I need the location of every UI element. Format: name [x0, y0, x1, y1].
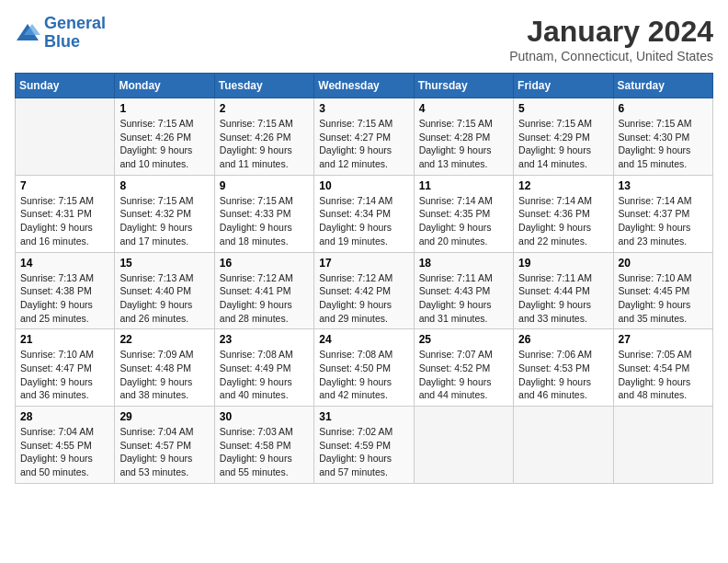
day-number: 19	[518, 257, 608, 270]
day-number: 26	[518, 333, 608, 346]
day-header-friday: Friday	[514, 74, 613, 98]
calendar-week-4: 21Sunrise: 7:10 AM Sunset: 4:47 PM Dayli…	[16, 329, 713, 407]
calendar-cell: 27Sunrise: 7:05 AM Sunset: 4:54 PM Dayli…	[613, 329, 712, 407]
cell-content: Sunrise: 7:03 AM Sunset: 4:58 PM Dayligh…	[220, 425, 309, 479]
cell-content: Sunrise: 7:08 AM Sunset: 4:49 PM Dayligh…	[220, 348, 309, 402]
calendar-cell: 7Sunrise: 7:15 AM Sunset: 4:31 PM Daylig…	[16, 175, 115, 252]
month-title: January 2024	[509, 15, 713, 49]
calendar-cell: 1Sunrise: 7:15 AM Sunset: 4:26 PM Daylig…	[115, 98, 214, 176]
day-number: 6	[619, 102, 708, 115]
calendar-cell: 14Sunrise: 7:13 AM Sunset: 4:38 PM Dayli…	[16, 252, 115, 329]
cell-content: Sunrise: 7:15 AM Sunset: 4:28 PM Dayligh…	[419, 117, 508, 171]
page-header: General Blue January 2024 Putnam, Connec…	[15, 15, 713, 63]
cell-content: Sunrise: 7:10 AM Sunset: 4:47 PM Dayligh…	[20, 348, 109, 402]
calendar-cell: 17Sunrise: 7:12 AM Sunset: 4:42 PM Dayli…	[314, 252, 414, 329]
calendar-cell	[16, 98, 115, 176]
day-number: 14	[20, 257, 109, 270]
cell-content: Sunrise: 7:10 AM Sunset: 4:45 PM Dayligh…	[619, 271, 708, 326]
calendar-cell: 31Sunrise: 7:02 AM Sunset: 4:59 PM Dayli…	[314, 407, 414, 484]
day-number: 16	[220, 257, 309, 270]
cell-content: Sunrise: 7:14 AM Sunset: 4:35 PM Dayligh…	[419, 194, 508, 248]
calendar-cell: 19Sunrise: 7:11 AM Sunset: 4:44 PM Dayli…	[514, 252, 613, 329]
day-number: 7	[20, 179, 109, 192]
day-number: 17	[319, 257, 408, 270]
calendar-cell: 10Sunrise: 7:14 AM Sunset: 4:34 PM Dayli…	[314, 175, 414, 252]
calendar-cell: 25Sunrise: 7:07 AM Sunset: 4:52 PM Dayli…	[414, 329, 513, 407]
cell-content: Sunrise: 7:15 AM Sunset: 4:31 PM Dayligh…	[20, 194, 109, 248]
cell-content: Sunrise: 7:11 AM Sunset: 4:43 PM Dayligh…	[419, 271, 508, 326]
calendar-body: 1Sunrise: 7:15 AM Sunset: 4:26 PM Daylig…	[16, 98, 713, 484]
calendar-cell: 23Sunrise: 7:08 AM Sunset: 4:49 PM Dayli…	[214, 329, 313, 407]
cell-content: Sunrise: 7:12 AM Sunset: 4:42 PM Dayligh…	[319, 271, 408, 326]
calendar-week-5: 28Sunrise: 7:04 AM Sunset: 4:55 PM Dayli…	[16, 407, 713, 484]
calendar-week-3: 14Sunrise: 7:13 AM Sunset: 4:38 PM Dayli…	[16, 252, 713, 329]
location: Putnam, Connecticut, United States	[509, 49, 713, 63]
cell-content: Sunrise: 7:04 AM Sunset: 4:57 PM Dayligh…	[119, 425, 209, 479]
cell-content: Sunrise: 7:15 AM Sunset: 4:27 PM Dayligh…	[319, 117, 408, 171]
cell-content: Sunrise: 7:15 AM Sunset: 4:30 PM Dayligh…	[619, 117, 708, 171]
day-number: 18	[419, 257, 508, 270]
day-number: 27	[619, 333, 708, 346]
day-number: 15	[119, 257, 209, 270]
calendar-week-2: 7Sunrise: 7:15 AM Sunset: 4:31 PM Daylig…	[16, 175, 713, 252]
day-number: 28	[20, 410, 109, 423]
day-header-saturday: Saturday	[613, 74, 712, 98]
day-number: 5	[518, 102, 608, 115]
day-number: 10	[319, 179, 408, 192]
calendar-table: SundayMondayTuesdayWednesdayThursdayFrid…	[15, 73, 713, 484]
day-number: 13	[619, 179, 708, 192]
cell-content: Sunrise: 7:11 AM Sunset: 4:44 PM Dayligh…	[518, 271, 608, 326]
cell-content: Sunrise: 7:15 AM Sunset: 4:33 PM Dayligh…	[220, 194, 309, 248]
calendar-cell: 11Sunrise: 7:14 AM Sunset: 4:35 PM Dayli…	[414, 175, 513, 252]
calendar-cell: 28Sunrise: 7:04 AM Sunset: 4:55 PM Dayli…	[16, 407, 115, 484]
day-number: 31	[319, 410, 408, 423]
day-number: 22	[119, 333, 209, 346]
day-header-thursday: Thursday	[414, 74, 513, 98]
day-number: 25	[419, 333, 508, 346]
cell-content: Sunrise: 7:08 AM Sunset: 4:50 PM Dayligh…	[319, 348, 408, 402]
day-header-monday: Monday	[115, 74, 214, 98]
day-number: 11	[419, 179, 508, 192]
cell-content: Sunrise: 7:14 AM Sunset: 4:34 PM Dayligh…	[319, 194, 408, 248]
cell-content: Sunrise: 7:12 AM Sunset: 4:41 PM Dayligh…	[220, 271, 309, 326]
cell-content: Sunrise: 7:06 AM Sunset: 4:53 PM Dayligh…	[518, 348, 608, 402]
calendar-cell: 16Sunrise: 7:12 AM Sunset: 4:41 PM Dayli…	[214, 252, 313, 329]
cell-content: Sunrise: 7:15 AM Sunset: 4:26 PM Dayligh…	[119, 117, 209, 171]
calendar-cell: 5Sunrise: 7:15 AM Sunset: 4:29 PM Daylig…	[514, 98, 613, 176]
cell-content: Sunrise: 7:04 AM Sunset: 4:55 PM Dayligh…	[20, 425, 109, 479]
calendar-cell: 3Sunrise: 7:15 AM Sunset: 4:27 PM Daylig…	[314, 98, 414, 176]
cell-content: Sunrise: 7:09 AM Sunset: 4:48 PM Dayligh…	[119, 348, 209, 402]
day-number: 2	[220, 102, 309, 115]
logo-icon	[15, 22, 40, 44]
cell-content: Sunrise: 7:05 AM Sunset: 4:54 PM Dayligh…	[619, 348, 708, 402]
calendar-cell: 29Sunrise: 7:04 AM Sunset: 4:57 PM Dayli…	[115, 407, 214, 484]
day-header-tuesday: Tuesday	[214, 74, 313, 98]
calendar-cell: 2Sunrise: 7:15 AM Sunset: 4:26 PM Daylig…	[214, 98, 313, 176]
calendar-cell: 8Sunrise: 7:15 AM Sunset: 4:32 PM Daylig…	[115, 175, 214, 252]
calendar-cell: 30Sunrise: 7:03 AM Sunset: 4:58 PM Dayli…	[214, 407, 313, 484]
day-number: 21	[20, 333, 109, 346]
logo-text: General Blue	[44, 15, 106, 52]
calendar-cell: 4Sunrise: 7:15 AM Sunset: 4:28 PM Daylig…	[414, 98, 513, 176]
day-number: 8	[119, 179, 209, 192]
cell-content: Sunrise: 7:07 AM Sunset: 4:52 PM Dayligh…	[419, 348, 508, 402]
cell-content: Sunrise: 7:13 AM Sunset: 4:38 PM Dayligh…	[20, 271, 109, 326]
cell-content: Sunrise: 7:15 AM Sunset: 4:29 PM Dayligh…	[518, 117, 608, 171]
day-number: 20	[619, 257, 708, 270]
calendar-cell: 15Sunrise: 7:13 AM Sunset: 4:40 PM Dayli…	[115, 252, 214, 329]
calendar-cell	[514, 407, 613, 484]
day-number: 9	[220, 179, 309, 192]
calendar-cell: 6Sunrise: 7:15 AM Sunset: 4:30 PM Daylig…	[613, 98, 712, 176]
calendar-cell	[414, 407, 513, 484]
day-number: 1	[119, 102, 209, 115]
calendar-cell: 13Sunrise: 7:14 AM Sunset: 4:37 PM Dayli…	[613, 175, 712, 252]
cell-content: Sunrise: 7:15 AM Sunset: 4:32 PM Dayligh…	[119, 194, 209, 248]
day-number: 4	[419, 102, 508, 115]
calendar-cell: 22Sunrise: 7:09 AM Sunset: 4:48 PM Dayli…	[115, 329, 214, 407]
logo: General Blue	[15, 15, 106, 52]
calendar-header: SundayMondayTuesdayWednesdayThursdayFrid…	[16, 74, 713, 98]
calendar-cell: 9Sunrise: 7:15 AM Sunset: 4:33 PM Daylig…	[214, 175, 313, 252]
cell-content: Sunrise: 7:14 AM Sunset: 4:37 PM Dayligh…	[619, 194, 708, 248]
day-number: 24	[319, 333, 408, 346]
calendar-cell: 12Sunrise: 7:14 AM Sunset: 4:36 PM Dayli…	[514, 175, 613, 252]
